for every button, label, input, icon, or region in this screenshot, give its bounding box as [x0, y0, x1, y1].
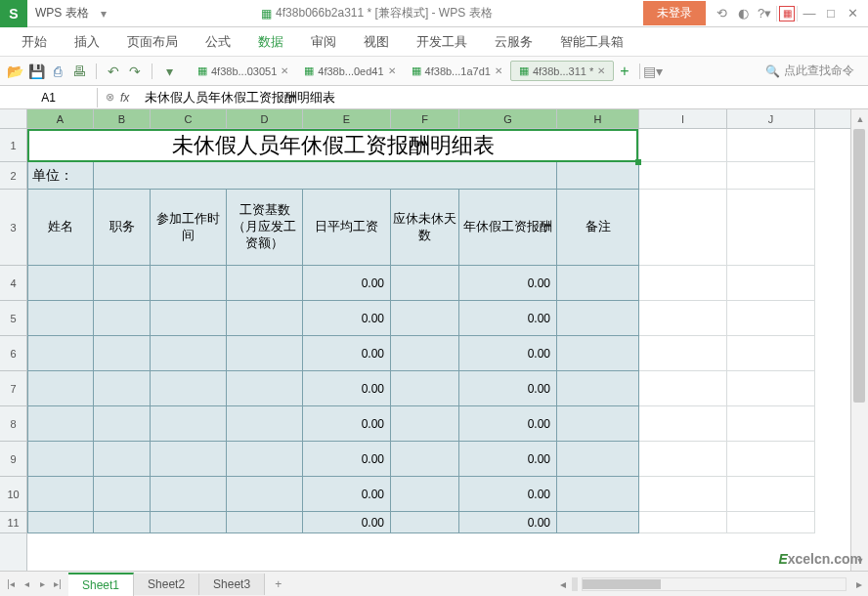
- cell[interactable]: [94, 406, 151, 442]
- login-button[interactable]: 未登录: [643, 1, 706, 25]
- close-icon[interactable]: ✕: [597, 65, 605, 76]
- cell[interactable]: [727, 190, 815, 266]
- cell[interactable]: [151, 371, 227, 406]
- doc-tab[interactable]: ▦4f38b...1a7d1✕: [404, 62, 510, 80]
- menu-cloud[interactable]: 云服务: [481, 27, 546, 57]
- menu-start[interactable]: 开始: [8, 27, 61, 57]
- cell[interactable]: [639, 162, 727, 190]
- add-sheet-button[interactable]: +: [265, 574, 291, 595]
- row-header[interactable]: 1: [0, 129, 26, 162]
- cell[interactable]: [557, 406, 639, 442]
- formula-input[interactable]: [137, 87, 868, 107]
- menu-view[interactable]: 视图: [350, 27, 403, 57]
- sync-icon[interactable]: ⟲: [712, 4, 731, 23]
- cell-vacation-pay[interactable]: 0.00: [459, 371, 557, 406]
- cell[interactable]: [151, 406, 227, 442]
- cell[interactable]: [639, 442, 727, 477]
- fx-cancel-icon[interactable]: ⊗: [106, 91, 114, 104]
- header-daily-avg[interactable]: 日平均工资: [303, 190, 391, 266]
- cell-daily-avg[interactable]: 0.00: [303, 477, 391, 512]
- cell[interactable]: [227, 301, 303, 336]
- cell[interactable]: [727, 371, 815, 406]
- cell-vacation-pay[interactable]: 0.00: [459, 336, 557, 371]
- close-icon[interactable]: ✕: [388, 65, 396, 76]
- app-menu-dropdown[interactable]: ▾: [97, 7, 110, 21]
- cell[interactable]: [227, 512, 303, 533]
- tab-list-icon[interactable]: ▤▾: [644, 63, 662, 80]
- header-remark[interactable]: 备注: [557, 190, 639, 266]
- cell[interactable]: [94, 371, 151, 406]
- cell[interactable]: [727, 406, 815, 442]
- sheet-tab-1[interactable]: Sheet1: [68, 573, 134, 596]
- print-icon[interactable]: ⎙: [49, 63, 66, 80]
- scroll-thumb[interactable]: [853, 129, 865, 403]
- column-header[interactable]: B: [94, 109, 151, 128]
- horizontal-scrollbar[interactable]: [582, 577, 846, 591]
- cell[interactable]: [639, 477, 727, 512]
- column-header[interactable]: E: [303, 109, 391, 128]
- doc-tab-active[interactable]: ▦4f38b...311 *✕: [510, 61, 614, 81]
- menu-data[interactable]: 数据: [244, 27, 297, 57]
- cell[interactable]: [27, 442, 94, 477]
- cell-vacation-pay[interactable]: 0.00: [459, 266, 557, 301]
- cell[interactable]: [557, 512, 639, 533]
- cell[interactable]: [94, 512, 151, 533]
- cell[interactable]: [557, 442, 639, 477]
- title-cell[interactable]: 未休假人员年休假工资报酬明细表: [27, 129, 638, 162]
- maximize-button[interactable]: □: [821, 4, 841, 23]
- cell-daily-avg[interactable]: 0.00: [303, 301, 391, 336]
- cell[interactable]: [151, 301, 227, 336]
- cell[interactable]: [727, 266, 815, 301]
- cell[interactable]: [151, 477, 227, 512]
- vertical-scrollbar[interactable]: ▲ ▼: [850, 109, 868, 571]
- cell[interactable]: [639, 406, 727, 442]
- print-preview-icon[interactable]: 🖶: [70, 63, 88, 80]
- menu-insert[interactable]: 插入: [61, 27, 113, 57]
- cell[interactable]: [727, 301, 815, 336]
- menu-smart-tools[interactable]: 智能工具箱: [546, 27, 637, 57]
- cell-vacation-pay[interactable]: 0.00: [459, 406, 557, 442]
- notify-icon[interactable]: ▦: [779, 6, 795, 21]
- cell-vacation-pay[interactable]: 0.00: [459, 442, 557, 477]
- hscroll-left-icon[interactable]: ◂: [554, 577, 572, 591]
- cell[interactable]: [391, 301, 459, 336]
- open-icon[interactable]: 📂: [6, 63, 23, 80]
- nav-prev-icon[interactable]: ◂: [20, 578, 33, 589]
- cell[interactable]: [557, 162, 639, 190]
- row-header[interactable]: 7: [0, 371, 26, 406]
- skin-icon[interactable]: ◐: [733, 4, 753, 23]
- cell[interactable]: [94, 477, 151, 512]
- selection-handle[interactable]: [635, 159, 641, 165]
- cell[interactable]: [727, 477, 815, 512]
- column-header[interactable]: C: [151, 109, 227, 128]
- cell[interactable]: [391, 477, 459, 512]
- row-header[interactable]: 6: [0, 336, 26, 371]
- close-icon[interactable]: ✕: [495, 65, 502, 76]
- cell[interactable]: [391, 336, 459, 371]
- cell[interactable]: [727, 336, 815, 371]
- row-header[interactable]: 4: [0, 266, 26, 301]
- cell[interactable]: [94, 301, 151, 336]
- sheet-tab-3[interactable]: Sheet3: [199, 574, 265, 595]
- cell[interactable]: [227, 406, 303, 442]
- cell[interactable]: [639, 301, 727, 336]
- cell-reference-box[interactable]: A1: [0, 88, 98, 107]
- help-icon[interactable]: ?▾: [755, 4, 774, 23]
- cell[interactable]: [391, 512, 459, 533]
- row-header[interactable]: 9: [0, 442, 26, 477]
- command-search[interactable]: 🔍 点此查找命令: [765, 63, 862, 79]
- row-header[interactable]: 2: [0, 162, 26, 190]
- cell[interactable]: [227, 336, 303, 371]
- cell[interactable]: [227, 266, 303, 301]
- cell[interactable]: [151, 266, 227, 301]
- cell[interactable]: [151, 512, 227, 533]
- cell-daily-avg[interactable]: 0.00: [303, 266, 391, 301]
- header-position[interactable]: 职务: [94, 190, 151, 266]
- toolbar-dropdown-icon[interactable]: ▾: [160, 63, 178, 80]
- cell[interactable]: [151, 336, 227, 371]
- cell[interactable]: [227, 477, 303, 512]
- select-all-corner[interactable]: [0, 109, 26, 129]
- column-header[interactable]: J: [727, 109, 815, 128]
- grid-body[interactable]: 未休假人员年休假工资报酬明细表 单位： 姓名 职务 参加工作时间 工资基数（月应…: [27, 129, 850, 533]
- nav-next-icon[interactable]: ▸: [35, 578, 49, 589]
